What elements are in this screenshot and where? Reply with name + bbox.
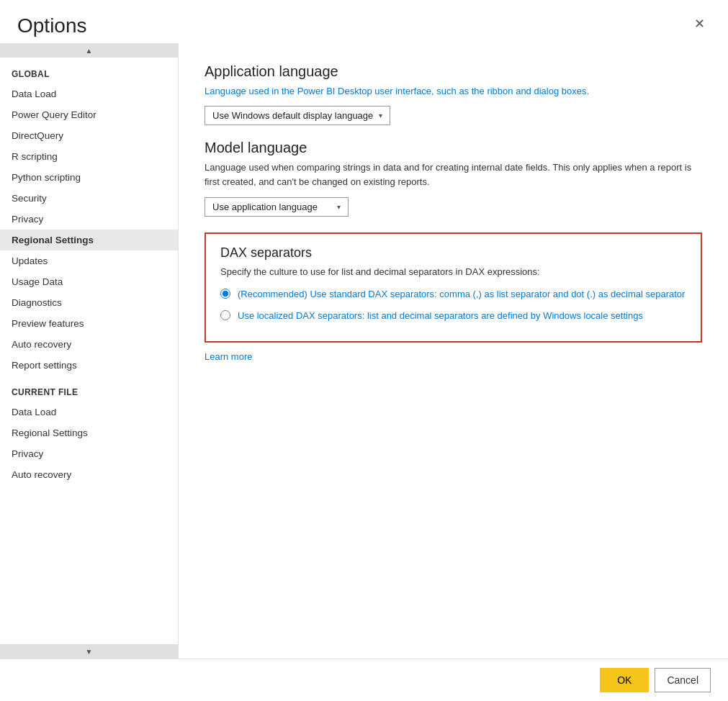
sidebar-item-directquery[interactable]: DirectQuery [0,125,178,146]
model-language-title: Model language [205,140,702,156]
dax-option1: (Recommended) Use standard DAX separator… [220,287,686,302]
dax-separators-section: DAX separators Specify the culture to us… [205,232,702,343]
sidebar-item-report-settings[interactable]: Report settings [0,355,178,376]
sidebar-item-python-scripting[interactable]: Python scripting [0,167,178,188]
app-language-dropdown[interactable]: Use Windows default display language ▾ [205,106,390,125]
sidebar-item-cf-privacy[interactable]: Privacy [0,443,178,464]
sidebar-item-regional-settings[interactable]: Regional Settings [0,230,178,250]
sidebar-item-r-scripting[interactable]: R scripting [0,146,178,167]
sidebar-item-cf-regional-settings[interactable]: Regional Settings [0,422,178,443]
sidebar-item-usage-data[interactable]: Usage Data [0,271,178,292]
sidebar-item-cf-auto-recovery[interactable]: Auto recovery [0,464,178,485]
options-dialog: Options ✕ ▲ GLOBAL Data Load Power Query… [0,0,728,701]
app-language-dropdown-arrow: ▾ [379,112,382,119]
global-section-header: GLOBAL [0,58,178,83]
ok-button[interactable]: OK [600,668,649,692]
close-button[interactable]: ✕ [688,14,711,33]
sidebar-item-data-load[interactable]: Data Load [0,83,178,104]
cancel-button[interactable]: Cancel [655,668,711,692]
app-language-title: Application language [205,63,702,80]
app-language-desc: Language used in the Power BI Desktop us… [205,84,702,99]
dax-option1-label: (Recommended) Use standard DAX separator… [238,287,685,302]
app-language-dropdown-value: Use Windows default display language [212,110,373,121]
dialog-footer: OK Cancel [0,659,728,701]
current-file-section-header: CURRENT FILE [0,376,178,402]
app-language-section: Application language Language used in th… [205,63,702,125]
model-language-section: Model language Language used when compar… [205,140,702,217]
dialog-body: ▲ GLOBAL Data Load Power Query Editor Di… [0,43,728,659]
sidebar-item-preview-features[interactable]: Preview features [0,313,178,334]
sidebar: ▲ GLOBAL Data Load Power Query Editor Di… [0,43,179,659]
dax-separators-title: DAX separators [220,245,686,261]
main-content: Application language Language used in th… [179,43,728,659]
dialog-header: Options ✕ [0,0,728,43]
sidebar-item-diagnostics[interactable]: Diagnostics [0,292,178,313]
dax-separators-desc: Specify the culture to use for list and … [220,266,686,277]
learn-more-link[interactable]: Learn more [205,351,252,362]
sidebar-item-cf-data-load[interactable]: Data Load [0,402,178,422]
model-language-dropdown-arrow: ▾ [337,203,341,211]
dax-option2-label: Use localized DAX separators: list and d… [238,309,643,323]
sidebar-scroll: GLOBAL Data Load Power Query Editor Dire… [0,58,178,644]
model-language-dropdown-value: Use application language [212,202,318,212]
scroll-down-arrow[interactable]: ▼ [0,644,178,659]
model-language-desc: Language used when comparing strings in … [205,160,702,191]
sidebar-item-auto-recovery[interactable]: Auto recovery [0,334,178,355]
dax-option2: Use localized DAX separators: list and d… [220,309,686,323]
dax-option1-radio[interactable] [220,289,230,299]
sidebar-item-privacy[interactable]: Privacy [0,209,178,230]
model-language-dropdown[interactable]: Use application language ▾ [205,197,349,217]
scroll-up-arrow[interactable]: ▲ [0,43,178,58]
dialog-title: Options [17,14,87,37]
dax-option2-radio[interactable] [220,310,230,320]
sidebar-item-security[interactable]: Security [0,188,178,209]
sidebar-item-updates[interactable]: Updates [0,250,178,271]
sidebar-item-power-query-editor[interactable]: Power Query Editor [0,104,178,125]
